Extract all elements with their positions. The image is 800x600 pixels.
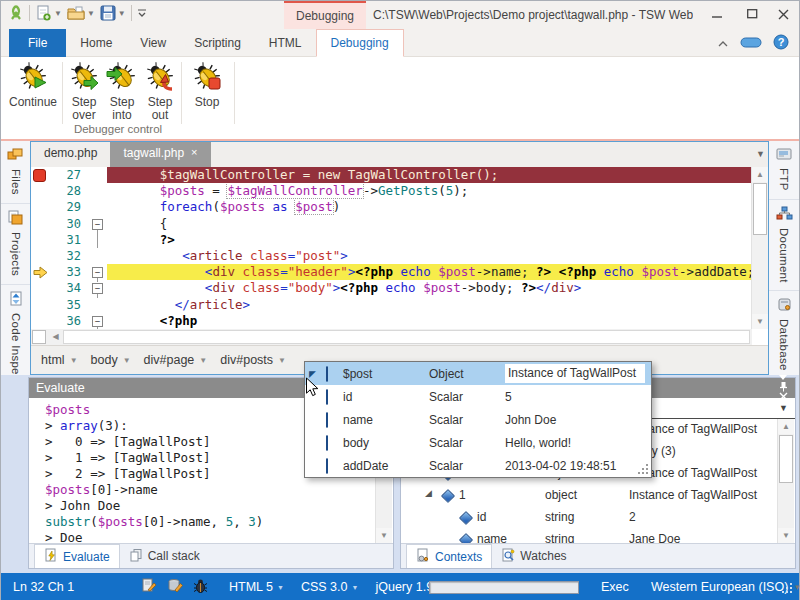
breadcrumb-item-html[interactable]: html▼ [41, 353, 78, 367]
customize-qat-icon[interactable] [137, 7, 147, 19]
code-line-30[interactable]: 30− { [31, 216, 768, 232]
code-line-29[interactable]: 29 foreach($posts as $post) [31, 199, 768, 215]
doctype-css30[interactable]: CSS 3.0▼ [301, 580, 359, 594]
caret-position: Ln 32 Ch 1 [13, 580, 74, 594]
close-tab-icon[interactable]: × [191, 146, 197, 167]
fold-margin[interactable]: − [89, 264, 107, 280]
debug-bug-icon[interactable] [193, 578, 208, 596]
tab-list-dropdown-icon[interactable]: ▼ [756, 149, 765, 159]
ribbon-tab-html[interactable]: HTML [255, 29, 316, 57]
code-area[interactable]: 27 $tagWallController = new TagWallContr… [31, 167, 768, 329]
code-line-27[interactable]: 27 $tagWallController = new TagWallContr… [31, 167, 768, 183]
code-line-36[interactable]: 36− <?php [31, 313, 768, 329]
scrollbar-track[interactable] [63, 330, 750, 344]
close-icon[interactable] [779, 392, 788, 401]
dock-tab-database[interactable]: Database [769, 291, 799, 380]
database-edit-icon[interactable] [167, 578, 183, 596]
doctype-html5[interactable]: HTML 5▼ [229, 580, 284, 594]
dock-tab-files[interactable]: Files [1, 141, 30, 204]
panel-tab-call-stack[interactable]: Call stack [120, 545, 209, 568]
step-into-button[interactable]: Step into [103, 60, 141, 122]
fold-margin[interactable]: − [89, 280, 107, 296]
dock-tab-projects[interactable]: Projects [1, 204, 30, 285]
resize-grip[interactable] [639, 465, 648, 474]
fold-collapse-icon[interactable]: − [92, 316, 103, 327]
ribbon-tab-debugging[interactable]: Debugging [316, 29, 404, 57]
evaluate-line: substr($posts[0]->name, 5, 3) [45, 514, 377, 530]
step-over-button[interactable]: Step over [65, 60, 103, 122]
maximize-icon[interactable] [738, 4, 766, 24]
scroll-up-icon[interactable]: ▲ [752, 167, 768, 182]
watch-row-name[interactable]: nameScalarJohn Doe [305, 408, 651, 431]
breadcrumb-item-body[interactable]: body▼ [91, 353, 131, 367]
scroll-left-icon[interactable]: ◀ [48, 329, 63, 345]
line-number: 28 [49, 183, 89, 199]
ribbon-tab-scripting[interactable]: Scripting [180, 29, 255, 57]
scroll-down-icon[interactable]: ▼ [778, 528, 794, 543]
code-line-32[interactable]: 32 <article class="post"> [31, 248, 768, 264]
code-line-28[interactable]: 28 $posts = $tagWallController->GetPosts… [31, 183, 768, 199]
new-file-icon[interactable]: ▼ [35, 5, 62, 21]
value-editbox[interactable]: Instance of TagWallPost [505, 364, 645, 383]
step-out-button[interactable]: Step out [141, 60, 179, 122]
style-pill-icon[interactable] [740, 36, 762, 51]
scrollbar-thumb[interactable] [753, 183, 767, 235]
script-edit-icon[interactable] [141, 578, 157, 596]
contexts-scrollbar[interactable]: ▲ ▼ [777, 419, 794, 543]
ribbon-tab-file[interactable]: File [9, 29, 66, 57]
fold-margin[interactable]: − [89, 216, 107, 232]
scroll-down-icon[interactable]: ▼ [376, 528, 392, 543]
close-icon[interactable] [769, 4, 797, 24]
pin-icon[interactable] [779, 381, 788, 392]
breadcrumb-item-div-posts[interactable]: div#posts▼ [220, 353, 286, 367]
variable-type: string [545, 510, 574, 524]
ribbon-tab-home[interactable]: Home [66, 29, 126, 57]
watch-row-body[interactable]: bodyScalarHello, world! [305, 431, 651, 454]
code-line-35[interactable]: 35 </article> [31, 297, 768, 313]
editor-vertical-scrollbar[interactable]: ▲ ▼ [751, 167, 768, 329]
stop-button[interactable]: Stop [185, 60, 229, 109]
breadcrumb-item-div-page[interactable]: div#page▼ [144, 353, 208, 367]
continue-button[interactable]: Continue [5, 60, 61, 109]
locals-row-id[interactable]: idstring2 [401, 507, 779, 529]
save-icon[interactable]: ▼ [100, 5, 126, 21]
ribbon-tab-view[interactable]: View [126, 29, 180, 57]
watch-row-post[interactable]: ◤$postObjectInstance of TagWallPost [305, 362, 651, 385]
panel-tab-watches[interactable]: Watches [492, 545, 575, 568]
watch-row-addDate[interactable]: addDateScalar2013-04-02 19:48:51 [305, 454, 651, 477]
fold-collapse-icon[interactable]: − [92, 283, 103, 294]
evaluate-panel-tabs: EvaluateCall stack [29, 543, 393, 568]
scrollbar-thumb[interactable] [779, 435, 793, 483]
open-folder-icon[interactable]: ▼ [67, 5, 95, 21]
exec-arrow-icon[interactable] [31, 264, 49, 280]
encoding-selector[interactable]: Western European (ISO) ▼ [651, 580, 800, 594]
fold-collapse-icon[interactable]: − [92, 267, 103, 278]
breakpoint-icon[interactable] [31, 167, 49, 183]
locals-row-name[interactable]: namestringJane Doe [401, 529, 779, 543]
watch-row-id[interactable]: idScalar5 [305, 385, 651, 408]
gutter-margin [31, 232, 49, 248]
code-line-33[interactable]: 33− <div class="header"><?php echo $post… [31, 264, 768, 280]
editor-tab-demo-php[interactable]: demo.php [31, 142, 110, 167]
dock-tab-ftp[interactable]: FTP [769, 141, 799, 200]
editor-horizontal-scrollbar[interactable]: ◀ [31, 329, 752, 345]
resize-grip[interactable] [786, 585, 795, 599]
expander-icon[interactable]: ◢ [425, 488, 432, 498]
collapse-ribbon-icon[interactable] [717, 37, 729, 51]
code-inspector-icon [8, 291, 24, 309]
fold-margin[interactable]: − [89, 313, 107, 329]
minimize-icon[interactable] [703, 4, 731, 24]
splitter-box[interactable] [32, 330, 46, 344]
panel-tab-evaluate[interactable]: Evaluate [34, 544, 120, 568]
locals-row-1[interactable]: ◢1objectInstance of TagWallPost [401, 485, 779, 507]
dock-tab-document[interactable]: Document [769, 200, 799, 292]
panel-tab-contexts[interactable]: Contexts [406, 544, 492, 568]
fold-collapse-icon[interactable]: − [92, 219, 103, 230]
scroll-up-icon[interactable]: ▲ [778, 419, 794, 434]
chevron-down-icon: ▼ [352, 584, 359, 591]
editor-tab-tagwall-php[interactable]: tagwall.php× [110, 142, 210, 167]
help-icon[interactable]: ? [773, 34, 789, 53]
code-line-31[interactable]: 31 ?> [31, 232, 768, 248]
scroll-down-icon[interactable]: ▼ [752, 314, 768, 329]
code-line-34[interactable]: 34− <div class="body"><?php echo $post->… [31, 280, 768, 296]
